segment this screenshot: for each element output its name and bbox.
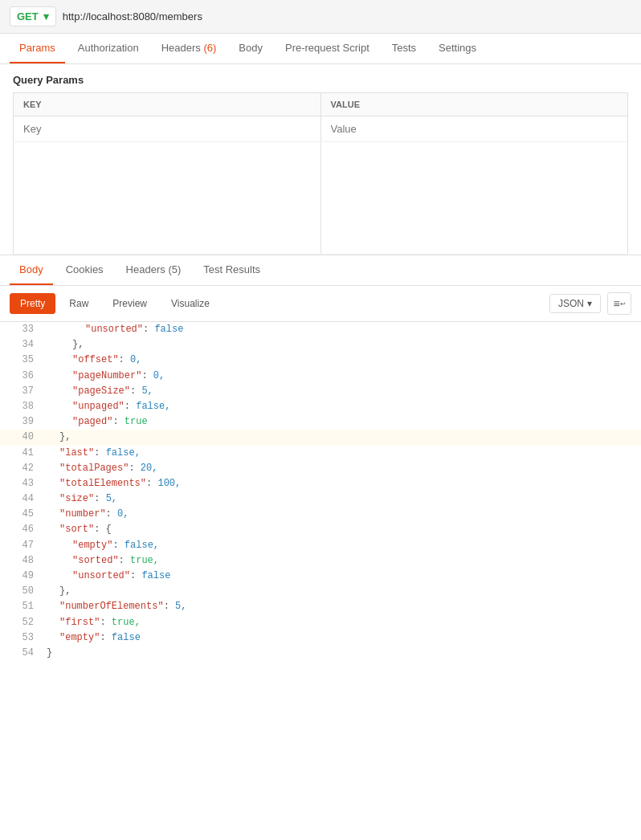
line-number: 51	[0, 599, 40, 614]
line-content: "empty": false	[53, 630, 147, 646]
url-bar: GET ▾	[0, 0, 641, 34]
query-params-label: Query Params	[13, 74, 628, 86]
line-content: "numberOfElements": 5,	[53, 599, 193, 614]
line-content: "last": false,	[53, 446, 147, 461]
code-line: 50},	[0, 584, 641, 599]
code-view: 33"unsorted": false34},35"offset": 0,36"…	[0, 322, 641, 661]
line-content: "sorted": true,	[66, 553, 165, 569]
key-input[interactable]	[23, 123, 311, 135]
line-content: "sort": {	[53, 522, 118, 537]
line-number: 54	[0, 646, 40, 661]
code-line: 41"last": false,	[0, 446, 641, 461]
line-number: 38	[0, 399, 40, 414]
line-number: 44	[0, 491, 40, 507]
line-number: 46	[0, 522, 40, 537]
line-content: "unsorted": false	[79, 322, 190, 337]
json-format-select[interactable]: JSON ▾	[549, 294, 601, 313]
tab-authorization[interactable]: Authorization	[68, 34, 149, 63]
chevron-down-icon: ▾	[43, 10, 49, 22]
query-params-section: Query Params KEY VALUE	[0, 64, 641, 255]
tab-headers[interactable]: Headers (6)	[152, 34, 227, 63]
line-number: 41	[0, 446, 40, 461]
line-content: "size": 5,	[53, 491, 124, 507]
line-content: "totalElements": 100,	[53, 476, 187, 491]
code-line: 34},	[0, 337, 641, 353]
visualize-button[interactable]: Visualize	[161, 293, 220, 314]
response-tab-cookies[interactable]: Cookies	[56, 255, 113, 285]
line-content: }	[40, 646, 59, 661]
code-line: 36"pageNumber": 0,	[0, 369, 641, 384]
line-content: "pageSize": 5,	[66, 384, 160, 399]
line-content: },	[53, 584, 77, 599]
line-number: 53	[0, 630, 40, 646]
response-tabs: Body Cookies Headers (5) Test Results	[0, 255, 641, 286]
line-number: 52	[0, 615, 40, 630]
line-number: 47	[0, 538, 40, 553]
params-table: KEY VALUE	[13, 92, 628, 255]
line-content: "paged": true	[66, 414, 154, 430]
line-content: "totalPages": 20,	[53, 461, 164, 476]
code-line: 43"totalElements": 100,	[0, 476, 641, 491]
code-line: 44"size": 5,	[0, 491, 641, 507]
chevron-down-icon: ▾	[587, 298, 592, 309]
tab-params[interactable]: Params	[10, 34, 65, 63]
response-tab-body[interactable]: Body	[10, 255, 53, 285]
line-content: "first": true,	[53, 615, 147, 630]
line-number: 48	[0, 553, 40, 569]
tab-body[interactable]: Body	[229, 34, 272, 63]
line-content: },	[53, 430, 77, 445]
line-number: 49	[0, 569, 40, 584]
preview-button[interactable]: Preview	[102, 293, 157, 314]
request-tabs: Params Authorization Headers (6) Body Pr…	[0, 34, 641, 64]
line-number: 34	[0, 337, 40, 353]
line-number: 37	[0, 384, 40, 399]
line-number: 35	[0, 353, 40, 368]
tab-settings[interactable]: Settings	[429, 34, 486, 63]
line-content: "offset": 0,	[66, 353, 148, 368]
format-bar: Pretty Raw Preview Visualize JSON ▾ ≡↩	[0, 286, 641, 322]
line-content: "unpaged": false,	[66, 399, 177, 414]
code-line: 40},	[0, 430, 641, 445]
line-content: "pageNumber": 0,	[66, 369, 171, 384]
tab-pre-request-script[interactable]: Pre-request Script	[276, 34, 379, 63]
line-number: 43	[0, 476, 40, 491]
response-tab-headers[interactable]: Headers (5)	[116, 255, 191, 285]
code-line: 37"pageSize": 5,	[0, 384, 641, 399]
code-line: 52"first": true,	[0, 615, 641, 630]
wrap-icon[interactable]: ≡↩	[607, 292, 631, 315]
line-number: 45	[0, 507, 40, 522]
code-line: 42"totalPages": 20,	[0, 461, 641, 476]
line-number: 50	[0, 584, 40, 599]
code-line: 54}	[0, 646, 641, 661]
pretty-button[interactable]: Pretty	[10, 293, 55, 314]
code-line: 33"unsorted": false	[0, 322, 641, 337]
line-number: 39	[0, 414, 40, 430]
line-number: 33	[0, 322, 40, 337]
tab-tests[interactable]: Tests	[382, 34, 426, 63]
url-input[interactable]	[63, 10, 631, 22]
code-line: 38"unpaged": false,	[0, 399, 641, 414]
key-column-header: KEY	[14, 93, 321, 116]
line-content: "unsorted": false	[66, 569, 177, 584]
code-line: 53"empty": false	[0, 630, 641, 646]
line-number: 42	[0, 461, 40, 476]
raw-button[interactable]: Raw	[59, 293, 99, 314]
empty-rows	[14, 142, 628, 255]
line-number: 40	[0, 430, 40, 445]
line-number: 36	[0, 369, 40, 384]
line-content: "number": 0,	[53, 507, 135, 522]
method-label: GET	[17, 10, 39, 22]
line-content: "empty": false,	[66, 538, 165, 553]
code-line: 35"offset": 0,	[0, 353, 641, 368]
code-line: 51"numberOfElements": 5,	[0, 599, 641, 614]
response-tab-test-results[interactable]: Test Results	[194, 255, 270, 285]
value-input[interactable]	[331, 123, 619, 135]
code-line: 39"paged": true	[0, 414, 641, 430]
code-line: 45"number": 0,	[0, 507, 641, 522]
params-row-placeholder	[14, 116, 628, 142]
value-column-header: VALUE	[320, 93, 628, 116]
format-dropdown: JSON ▾ ≡↩	[549, 292, 631, 315]
method-select[interactable]: GET ▾	[10, 6, 56, 27]
code-line: 47"empty": false,	[0, 538, 641, 553]
code-line: 46"sort": {	[0, 522, 641, 537]
